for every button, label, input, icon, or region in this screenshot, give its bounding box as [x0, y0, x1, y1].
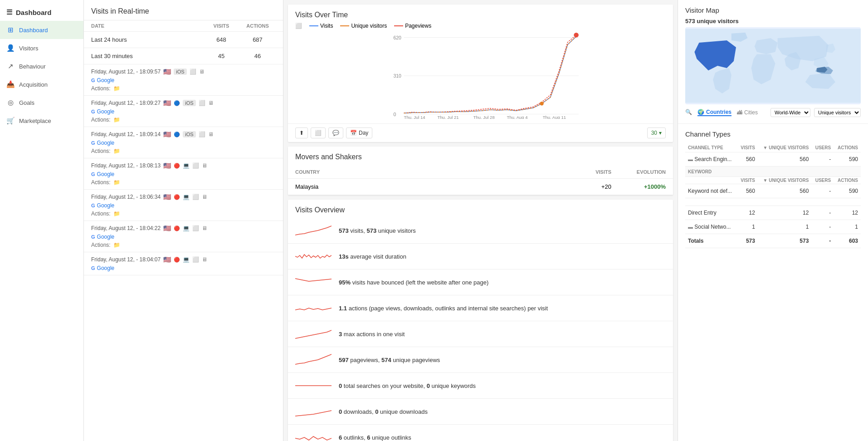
- map-container: [685, 27, 861, 104]
- chart-period-btn[interactable]: 📅 Day: [346, 127, 372, 138]
- visit-browser-badge: 🔴: [174, 194, 180, 200]
- kw-th-visits: VISITS: [737, 177, 758, 184]
- overview-item-duration: 13s average visit duration: [288, 244, 673, 270]
- visit-flag: 🇺🇸: [163, 68, 171, 75]
- visit-row: Friday, August 12, - 18:09:57 🇺🇸 iOS ⬜ 🖥…: [84, 64, 283, 96]
- overview-stat-duration: 13s average visit duration: [339, 253, 406, 260]
- movers-visits: +20: [566, 183, 611, 190]
- visit-datetime: Friday, August 12, - 18:04:22: [91, 225, 161, 231]
- chart-svg: 620 310 0 Thu, Jul 14 Thu, Jul 21 Thu, J…: [295, 33, 666, 119]
- svg-text:Thu, Jul 21: Thu, Jul 21: [438, 115, 459, 119]
- sidebar-item-goals[interactable]: ◎ Goals: [0, 93, 83, 112]
- totals-label: Totals: [685, 234, 737, 248]
- chart-count-btn[interactable]: 30 ▾: [647, 127, 666, 138]
- legend-pageviews: Pageviews: [394, 23, 431, 29]
- sidebar-item-acquisition[interactable]: 📥 Acquisition: [0, 75, 83, 93]
- channel-direct-users: -: [811, 206, 834, 220]
- visit-icon-monitor: 🖥: [208, 100, 214, 106]
- spark-bounce: [295, 274, 332, 290]
- visit-row: Friday, August 12, - 18:04:07 🇺🇸 🔴 💻 ⬜ 🖥…: [84, 252, 283, 275]
- visit-browser-badge: 🔴: [174, 257, 180, 263]
- svg-text:0: 0: [393, 112, 396, 117]
- th-users: USERS: [811, 143, 834, 152]
- map-tabs[interactable]: 🔍 🌍 Countries 🏙 Cities: [685, 109, 758, 116]
- kw-th-unique: ▼ UNIQUE VISITORS: [758, 177, 811, 184]
- google-icon: G: [91, 265, 95, 271]
- sidebar-item-behaviour[interactable]: ↗ Behaviour: [0, 57, 83, 75]
- realtime-panel: Visits in Real-time DATE VISITS ACTIONS …: [84, 0, 283, 441]
- svg-text:Thu, Jul 14: Thu, Jul 14: [404, 115, 425, 119]
- main-content: Visits in Real-time DATE VISITS ACTIONS …: [84, 0, 868, 441]
- spark-downloads: [295, 403, 332, 420]
- legend-visits: Visits: [309, 23, 333, 29]
- overview-item-outlinks: 6 outlinks, 6 unique outlinks: [288, 425, 673, 441]
- actions-label: Actions:: [91, 179, 111, 186]
- visit-icon-monitor: 🖥: [202, 225, 207, 231]
- sidebar-item-marketplace-label: Marketplace: [19, 118, 51, 124]
- kw-th-actions: ACTIONS: [834, 177, 861, 184]
- visit-icon-tablet: ⬜: [192, 256, 199, 263]
- sidebar-item-marketplace[interactable]: 🛒 Marketplace: [0, 112, 83, 130]
- visit-browser-badge: 🔴: [174, 225, 180, 231]
- channel-table: CHANNEL TYPE VISITS ▼ UNIQUE VISITORS US…: [685, 143, 861, 248]
- visit-flag: 🇺🇸: [163, 131, 171, 138]
- visit-icon-desktop: 💻: [183, 225, 190, 231]
- summary-last30min-label: Last 30 minutes: [91, 53, 203, 59]
- sidebar-item-dashboard[interactable]: ⊞ Dashboard: [0, 21, 83, 39]
- channel-row-social: ▬ Social Netwo... 1 1 - 1: [685, 220, 861, 234]
- channel-direct-visits: 12: [737, 206, 758, 220]
- visits-overview-title: Visits Overview: [288, 200, 673, 218]
- visit-datetime: Friday, August 12, - 18:09:27: [91, 100, 161, 106]
- legend-pageviews-dot: [394, 25, 403, 26]
- kw-th-users: USERS: [811, 177, 834, 184]
- visit-icon-tablet: ⬜: [192, 162, 199, 169]
- legend-unique: Unique visitors: [340, 23, 387, 29]
- keyword-users: -: [811, 184, 834, 198]
- visit-source: Google: [97, 77, 115, 83]
- keyword-visits: 560: [737, 184, 758, 198]
- map-metric-select[interactable]: Unique visitors: [814, 108, 861, 117]
- actions-folder-icon: 📁: [113, 148, 120, 154]
- legend-unique-label: Unique visitors: [351, 23, 387, 29]
- google-icon: G: [91, 109, 95, 114]
- acquisition-icon: 📥: [6, 80, 15, 88]
- visit-badge-ios: iOS: [183, 131, 195, 137]
- channel-row-direct: Direct Entry 12 12 - 12: [685, 206, 861, 220]
- spark-max-actions: [295, 326, 332, 342]
- chart-export-btn[interactable]: ⬆: [295, 127, 308, 138]
- chart-share-btn[interactable]: 💬: [328, 127, 343, 138]
- sidebar-item-dashboard-label: Dashboard: [19, 27, 48, 34]
- visit-icon-monitor: 🖥: [199, 69, 205, 75]
- visit-source: Google: [97, 108, 115, 115]
- movers-col-evolution: EVOLUTION: [611, 169, 666, 175]
- summary-last30min: Last 30 minutes 45 46: [84, 48, 283, 64]
- overview-item-searches: 0 total searches on your website, 0 uniq…: [288, 373, 673, 399]
- visit-icon-desktop: 💻: [183, 162, 190, 169]
- sidebar-item-visitors[interactable]: 👤 Visitors: [0, 39, 83, 57]
- channel-types-title: Channel Types: [685, 130, 861, 138]
- unique-visitors-label: 573 unique visitors: [685, 18, 861, 24]
- visit-badge-ios: iOS: [174, 69, 186, 75]
- chart-btn-group[interactable]: ⬆ ⬜ 💬 📅 Day: [295, 127, 372, 138]
- expand-search-icon[interactable]: ▬: [688, 157, 693, 162]
- google-icon: G: [91, 234, 95, 240]
- channel-search-users: -: [811, 152, 834, 167]
- movers-row: Malaysia +20 +1000%: [288, 179, 673, 195]
- movers-col-visits: VISITS: [566, 169, 611, 175]
- channel-direct-unique: 12: [758, 206, 811, 220]
- map-tab-cities[interactable]: 🏙 Cities: [737, 109, 758, 116]
- svg-text:Thu, Jul 28: Thu, Jul 28: [473, 115, 495, 119]
- svg-text:Thu, Aug 11: Thu, Aug 11: [543, 115, 566, 119]
- expand-social-icon[interactable]: ▬: [688, 224, 693, 230]
- keyword-unique: 560: [758, 184, 811, 198]
- chart-embed-btn[interactable]: ⬜: [311, 127, 326, 138]
- map-filters[interactable]: World-Wide Unique visitors: [770, 108, 861, 117]
- sidebar-title: Dashboard: [16, 9, 51, 16]
- map-tab-countries[interactable]: 🌍 Countries: [697, 109, 731, 116]
- map-region-select[interactable]: World-Wide: [770, 108, 810, 117]
- channel-social-actions: 1: [834, 220, 861, 234]
- summary-last30min-visits: 45: [203, 53, 239, 59]
- visit-row: Friday, August 12, - 18:04:22 🇺🇸 🔴 💻 ⬜ 🖥…: [84, 221, 283, 252]
- visit-extra-badge: 🔵: [174, 100, 180, 106]
- visit-datetime: Friday, August 12, - 18:08:13: [91, 162, 161, 169]
